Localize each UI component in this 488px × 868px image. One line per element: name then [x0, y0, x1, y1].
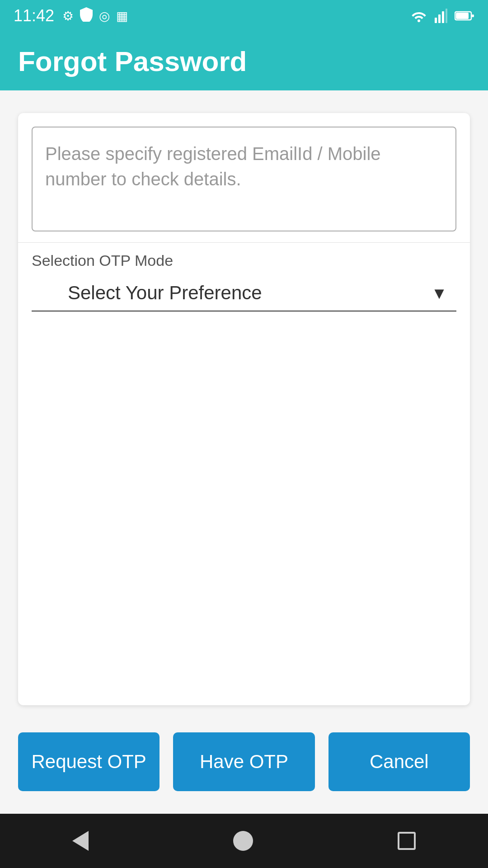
recents-nav-button[interactable]	[398, 832, 416, 850]
status-time: 11:42	[14, 6, 54, 25]
main-content: Selection OTP Mode Select Your Preferenc…	[0, 90, 488, 719]
otp-preference-select[interactable]: Select Your Preference Email Mobile	[32, 275, 456, 311]
home-nav-button[interactable]	[233, 831, 253, 851]
shield-icon	[80, 7, 93, 25]
settings-icon: ⚙	[62, 9, 74, 24]
buttons-container: Request OTP Have OTP Cancel	[0, 719, 488, 814]
signal-icon	[435, 9, 447, 23]
svg-rect-0	[435, 18, 437, 23]
back-icon	[72, 831, 89, 851]
svg-rect-6	[456, 13, 469, 19]
cancel-button[interactable]: Cancel	[328, 732, 470, 791]
recents-icon	[398, 832, 416, 850]
input-section	[18, 113, 470, 243]
nav-bar	[0, 814, 488, 868]
dropdown-wrapper: Select Your Preference Email Mobile ▼	[32, 275, 456, 311]
request-otp-button[interactable]: Request OTP	[18, 732, 160, 791]
back-nav-button[interactable]	[72, 831, 89, 851]
email-mobile-input[interactable]	[32, 127, 456, 231]
svg-rect-2	[442, 11, 444, 23]
have-otp-button[interactable]: Have OTP	[173, 732, 314, 791]
status-bar-right	[410, 9, 474, 23]
battery-icon	[455, 10, 474, 21]
circle-icon: ◎	[99, 9, 110, 24]
dropdown-section: Selection OTP Mode Select Your Preferenc…	[18, 243, 470, 311]
empty-area	[18, 311, 470, 705]
svg-rect-5	[472, 14, 474, 17]
svg-rect-1	[438, 14, 441, 23]
clipboard-icon: ▦	[116, 9, 128, 24]
page-title: Forgot Password	[18, 45, 247, 77]
home-icon	[233, 831, 253, 851]
app-bar: Forgot Password	[0, 32, 488, 90]
svg-rect-3	[446, 9, 447, 23]
status-icons: ⚙ ◎ ▦	[62, 7, 128, 25]
wifi-icon	[410, 9, 427, 22]
status-bar-left: 11:42 ⚙ ◎ ▦	[14, 6, 128, 25]
status-bar: 11:42 ⚙ ◎ ▦	[0, 0, 488, 32]
form-card: Selection OTP Mode Select Your Preferenc…	[18, 113, 470, 705]
otp-mode-label: Selection OTP Mode	[32, 252, 456, 269]
